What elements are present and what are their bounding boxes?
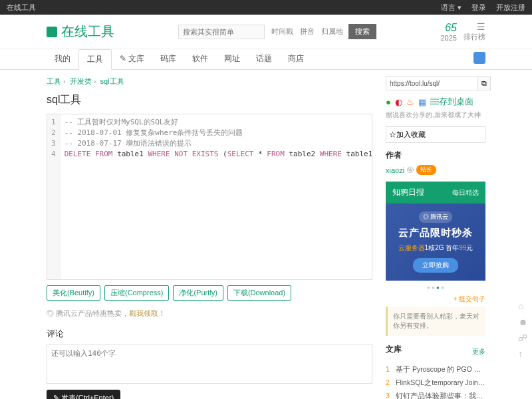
quick-link-timestamp[interactable]: 时间戳 (271, 27, 293, 37)
library-item[interactable]: 1基于 Pyroscope 的 PGO 最佳实践 (386, 363, 485, 376)
author-name[interactable]: xiaozi (386, 166, 404, 174)
hot-icon[interactable]: ♨ (406, 97, 414, 107)
nav-shop[interactable]: 商店 (280, 49, 312, 69)
float-wechat-icon[interactable]: ☻ (518, 317, 528, 327)
chat-icon[interactable] (473, 52, 485, 64)
publish-button[interactable]: ✎ 发表(Ctrl+Enter) (47, 390, 120, 399)
library-item[interactable]: 3钉钉产品体验那些事：我们没有写好的... (386, 390, 485, 399)
compress-button[interactable]: 压缩(Compress) (104, 285, 169, 301)
comments-title: 评论 (47, 328, 372, 340)
ad-banner[interactable]: ◎ 腾讯云 云产品限时秒杀 云服务器1核2G 首年99元 立即抢购 (386, 203, 485, 281)
share-desc: 据说喜欢分享的,后来都成了大神 (386, 110, 485, 120)
code-content[interactable]: -- 工具暂时仅对MySQL的SQL友好 -- 2018-07-01 修复复杂w… (61, 114, 372, 279)
library-title: 文库 (386, 344, 402, 355)
favorite-button[interactable]: ☆加入收藏 (386, 126, 485, 143)
float-top-icon[interactable]: ↑ (518, 348, 528, 359)
library-more[interactable]: 更多 (472, 347, 485, 356)
nav-software[interactable]: 软件 (184, 49, 216, 69)
wiki-icon: ⓦ (407, 166, 414, 175)
lang-menu[interactable]: 语言 ▾ (441, 3, 462, 11)
sql-editor[interactable]: 1234 -- 工具暂时仅对MySQL的SQL友好 -- 2018-07-01 … (47, 114, 372, 280)
ad-button[interactable]: 立即抢购 (413, 258, 458, 273)
rank-label[interactable]: 排行榜 (464, 32, 485, 42)
logo-icon (47, 27, 57, 37)
qr-icon[interactable]: ▦ (418, 97, 426, 107)
rank-icon[interactable]: ☰ (464, 21, 485, 32)
wechat-icon[interactable]: ● (386, 97, 391, 107)
daily-header[interactable]: 知鸦日报 每日精选 (386, 182, 485, 203)
float-share-icon[interactable]: ☍ (518, 332, 528, 343)
promo-text: ◎ 腾讯云产品特惠热卖，戳我领取！ (47, 309, 372, 319)
nav-code[interactable]: 码库 (152, 49, 184, 69)
download-button[interactable]: 下载(Download) (227, 285, 291, 301)
breadcrumb: 工具› 开发类› sql工具 (47, 76, 372, 86)
library-item[interactable]: 2FlinkSQL之temporary Join开发 (386, 376, 485, 390)
promo-link[interactable]: 戳我领取 (129, 309, 158, 317)
save-desktop[interactable]: ▤存到桌面 (430, 96, 473, 108)
float-home-icon[interactable]: ⌂ (518, 301, 528, 311)
copy-button[interactable]: ⧉ (478, 76, 491, 90)
search-button[interactable]: 搜索 (348, 24, 376, 39)
search-input[interactable] (178, 25, 265, 39)
submit-sentence[interactable]: + 提交句子 (386, 295, 485, 304)
year-label: 2025 (441, 34, 457, 42)
nav-topics[interactable]: 话题 (248, 49, 280, 69)
register-link[interactable]: 开放注册 (496, 3, 525, 11)
site-name: 在线工具 (7, 3, 36, 13)
carousel-dots[interactable]: ● ● ● ● (386, 281, 485, 295)
comment-textarea[interactable] (47, 344, 372, 384)
login-link[interactable]: 登录 (471, 3, 486, 11)
line-gutter: 1234 (47, 114, 61, 279)
nav-tools[interactable]: 工具 (78, 49, 112, 70)
quote-box: 你只需要看别人精彩，老天对你另有安排。 (386, 307, 485, 336)
nav-mine[interactable]: 我的 (47, 49, 78, 69)
nav-library[interactable]: ✎ 文库 (112, 49, 152, 69)
quick-link-pinyin[interactable]: 拼音 (300, 27, 315, 37)
logo[interactable]: 在线工具 (47, 23, 114, 41)
author-title: 作者 (386, 150, 485, 161)
url-input[interactable] (386, 76, 478, 90)
tool-count: 65 (441, 22, 457, 34)
purify-button[interactable]: 净化(Purify) (173, 285, 223, 301)
nav-sites[interactable]: 网址 (216, 49, 248, 69)
page-title: sql工具 (47, 93, 372, 107)
author-badge: 站长 (416, 165, 436, 175)
beautify-button[interactable]: 美化(Beutify) (47, 285, 100, 301)
quick-link-location[interactable]: 归属地 (321, 27, 343, 37)
weibo-icon[interactable]: ◐ (395, 97, 402, 107)
